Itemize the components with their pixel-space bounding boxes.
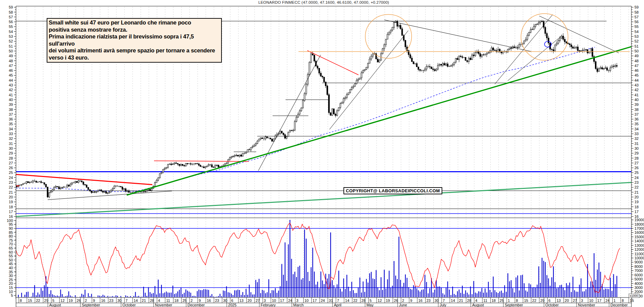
svg-text:24: 24: [605, 298, 610, 303]
svg-text:52: 52: [634, 39, 639, 43]
svg-text:28: 28: [9, 156, 13, 160]
svg-text:1: 1: [508, 298, 510, 303]
svg-text:53: 53: [9, 34, 13, 38]
svg-text:30: 30: [223, 298, 227, 303]
svg-text:May: May: [366, 303, 373, 307]
svg-text:14: 14: [451, 298, 455, 303]
svg-text:17: 17: [634, 210, 639, 214]
svg-text:43: 43: [9, 83, 13, 87]
svg-text:40: 40: [9, 266, 13, 270]
svg-text:18: 18: [634, 205, 639, 209]
svg-text:41: 41: [9, 93, 13, 97]
svg-text:30: 30: [9, 146, 13, 150]
svg-text:50: 50: [9, 49, 13, 53]
svg-text:February: February: [261, 303, 276, 307]
svg-text:22: 22: [36, 298, 40, 303]
svg-text:16: 16: [101, 298, 105, 303]
svg-text:90: 90: [9, 226, 13, 230]
svg-text:33: 33: [9, 132, 13, 136]
svg-text:24: 24: [288, 298, 292, 303]
svg-text:8: 8: [622, 298, 624, 303]
svg-text:4: 4: [158, 298, 160, 303]
svg-text:9: 9: [93, 298, 95, 303]
copyright-badge: COPYRIGHT@ LABORSADEIPICCOLI.COM: [343, 187, 442, 194]
svg-text:15: 15: [9, 286, 13, 290]
svg-text:12000: 12000: [634, 247, 644, 252]
svg-text:17: 17: [9, 210, 13, 214]
svg-text:45: 45: [634, 73, 639, 77]
svg-text:42: 42: [9, 88, 13, 92]
svg-text:80: 80: [9, 234, 13, 238]
svg-text:14: 14: [345, 298, 349, 303]
svg-text:April: April: [334, 303, 341, 307]
svg-text:44: 44: [9, 78, 13, 82]
svg-text:10: 10: [589, 298, 593, 303]
svg-text:60: 60: [9, 250, 13, 254]
svg-text:59: 59: [9, 5, 13, 9]
svg-text:15: 15: [28, 298, 32, 303]
svg-text:7: 7: [337, 298, 339, 303]
svg-text:36: 36: [9, 117, 13, 121]
svg-text:19: 19: [634, 200, 639, 204]
svg-text:20: 20: [9, 281, 13, 286]
svg-text:19: 19: [386, 298, 390, 303]
svg-text:11: 11: [484, 298, 487, 303]
svg-text:2: 2: [402, 298, 404, 303]
svg-text:December: December: [187, 303, 205, 307]
svg-text:54: 54: [634, 30, 639, 34]
svg-text:20: 20: [9, 195, 13, 199]
svg-text:29: 29: [44, 298, 48, 303]
svg-text:29: 29: [9, 151, 13, 155]
svg-text:48: 48: [9, 59, 13, 63]
svg-text:5000: 5000: [634, 277, 643, 281]
svg-text:3: 3: [296, 298, 298, 303]
svg-text:18: 18: [174, 298, 179, 303]
svg-text:42: 42: [634, 88, 639, 92]
svg-text:November: November: [155, 303, 172, 307]
svg-text:22: 22: [634, 185, 639, 189]
svg-text:45: 45: [9, 262, 13, 266]
svg-text:7000: 7000: [634, 269, 643, 273]
svg-text:16000: 16000: [634, 230, 644, 235]
svg-text:47: 47: [9, 64, 13, 68]
svg-text:14: 14: [134, 298, 138, 303]
svg-text:22: 22: [532, 298, 536, 303]
svg-text:10: 10: [9, 290, 13, 294]
svg-text:18: 18: [491, 298, 495, 303]
svg-text:27: 27: [573, 298, 577, 303]
svg-text:49: 49: [9, 54, 13, 58]
svg-text:75: 75: [9, 238, 13, 242]
svg-text:13: 13: [556, 298, 561, 303]
svg-text:11000: 11000: [634, 252, 644, 256]
svg-text:16: 16: [9, 214, 13, 219]
analysis-annotation-box: Small white sui 47 euro per Leonardo che…: [47, 18, 222, 63]
svg-text:8: 8: [516, 298, 518, 303]
svg-text:September: September: [82, 303, 100, 307]
svg-text:5: 5: [11, 293, 13, 297]
svg-text:7: 7: [125, 298, 127, 303]
svg-text:19000: 19000: [634, 218, 644, 222]
svg-text:57: 57: [634, 15, 639, 19]
svg-text:18000: 18000: [634, 222, 644, 226]
svg-text:32: 32: [634, 136, 639, 141]
svg-text:14000: 14000: [634, 239, 644, 243]
svg-text:25: 25: [634, 171, 639, 175]
svg-text:33: 33: [634, 132, 639, 136]
svg-text:58: 58: [634, 10, 639, 14]
svg-text:June: June: [399, 303, 407, 307]
svg-text:26: 26: [9, 166, 13, 170]
svg-text:40: 40: [634, 98, 639, 102]
svg-text:23: 23: [109, 298, 113, 303]
svg-text:3: 3: [264, 298, 266, 303]
svg-text:58: 58: [9, 10, 13, 14]
svg-text:3: 3: [581, 298, 583, 303]
svg-text:23: 23: [215, 298, 219, 303]
svg-text:30: 30: [9, 274, 13, 278]
svg-text:31: 31: [634, 142, 639, 146]
svg-text:22: 22: [353, 298, 357, 303]
svg-text:2000: 2000: [634, 290, 643, 294]
svg-text:22: 22: [9, 185, 13, 189]
svg-text:9000: 9000: [634, 260, 643, 264]
svg-text:21: 21: [634, 190, 639, 194]
svg-text:August: August: [49, 303, 61, 307]
